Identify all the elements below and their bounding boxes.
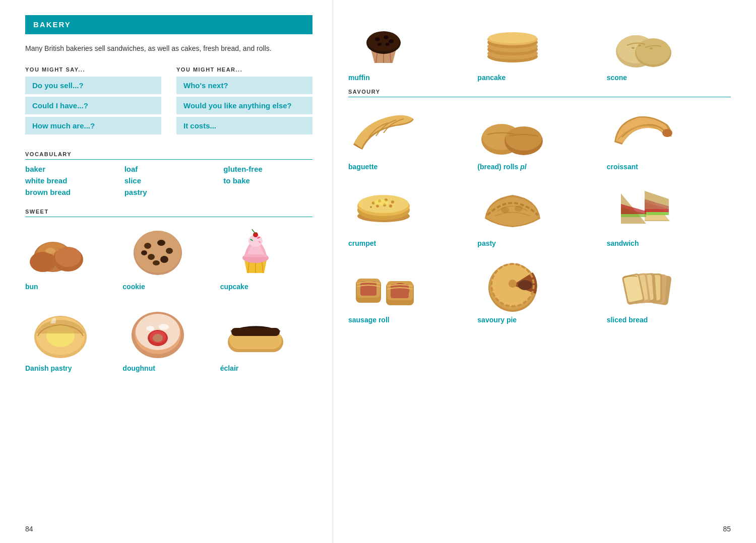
svg-point-9 [157,240,165,246]
phrases-section: YOU MIGHT SAY... Do you sell...? Could I… [25,66,312,137]
food-scone: scone [607,15,731,82]
svg-point-46 [389,39,394,43]
food-pasty: pasty [477,181,601,247]
svg-point-8 [144,243,151,249]
sausage-roll-image [348,257,419,313]
page-title: BAKERY [33,20,71,29]
baguette-image [348,104,419,160]
food-sandwich: sandwich [607,181,731,247]
svg-point-3 [55,247,81,267]
svg-point-35 [159,324,169,330]
food-danish: Danish pastry [25,306,117,372]
svg-point-81 [501,207,509,213]
hear-phrase-2: Would you like anything else? [176,97,312,114]
say-col: YOU MIGHT SAY... Do you sell...? Could I… [25,66,161,137]
savoury-section: SAVOURY [348,89,731,324]
doughnut-image [122,306,193,361]
vocab-word-0: baker [25,165,114,173]
danish-image [25,306,96,361]
vocab-section: VOCABULARY baker loaf gluten-free white … [25,151,312,196]
page-number-right: 85 [723,525,731,533]
food-cupcake: cupcake [220,224,312,291]
intro-text: Many British bakeries sell sandwiches, a… [25,44,312,52]
say-label: YOU MIGHT SAY... [25,66,161,73]
svg-point-59 [636,38,670,64]
scone-label: scone [607,74,627,82]
sliced-bread-label: sliced bread [607,316,648,324]
svg-point-80 [373,199,389,206]
bread-rolls-label: (bread) rolls pl [477,163,526,171]
svg-point-43 [367,31,400,51]
food-bun: bun [25,224,117,291]
vocab-word-7: pastry [124,188,214,196]
svg-point-13 [141,250,147,255]
sweet-section: SWEET [25,209,312,372]
savoury-grid-3: sausage roll [348,257,731,324]
scone-image [607,15,677,71]
crumpet-label: crumpet [348,239,376,247]
sandwich-image [607,181,677,236]
svg-point-10 [166,248,173,254]
svg-point-12 [148,254,155,260]
sausage-roll-label: sausage roll [348,316,390,324]
top-items-row: muffin pancak [348,15,731,82]
eclair-image [220,306,291,361]
sandwich-label: sandwich [607,239,639,247]
food-doughnut: doughnut [122,306,215,372]
pancake-label: pancake [477,74,506,82]
say-phrase-2: Could I have...? [25,97,161,114]
svg-point-61 [638,44,641,46]
food-croissant: croissant [607,104,731,171]
svg-point-55 [488,32,537,43]
svg-point-34 [146,326,154,331]
food-sausage-roll: sausage roll [348,257,472,324]
baguette-label: baguette [348,163,377,171]
vocab-word-4: slice [124,176,214,185]
pancake-image [477,15,548,71]
svg-point-98 [518,280,532,290]
eclair-label: éclair [220,364,239,372]
say-phrase-3: How much are...? [25,117,161,134]
page-spread: BAKERY Many British bakeries sell sandwi… [0,0,756,543]
svg-point-4 [30,252,56,272]
svg-point-82 [515,206,523,212]
svg-point-79 [370,206,372,208]
svg-point-11 [160,256,168,263]
savoury-label: SAVOURY [348,89,731,97]
vocab-label: VOCABULARY [25,151,312,160]
pasty-image [477,181,548,236]
svg-point-47 [377,43,382,46]
svg-point-45 [384,35,389,39]
vocab-word-8 [223,188,312,196]
danish-label: Danish pastry [25,364,72,372]
muffin-image [348,15,419,71]
savoury-pie-image [477,257,548,313]
bread-rolls-image [477,104,548,160]
svg-point-66 [506,126,542,151]
savoury-grid-2: crumpet [348,181,731,247]
cookie-image [122,224,193,280]
cookie-label: cookie [122,283,145,291]
hear-label: YOU MIGHT HEAR... [176,66,312,73]
svg-rect-38 [231,328,280,336]
croissant-image [607,104,677,160]
bun-label: bun [25,283,38,291]
sweet-label: SWEET [25,209,312,217]
vocab-word-3: white bread [25,176,114,185]
svg-point-24 [253,232,258,237]
crumpet-image [348,181,419,236]
svg-rect-94 [391,284,409,298]
left-page: BAKERY Many British bakeries sell sandwi… [0,0,333,543]
svg-point-60 [632,47,635,49]
pasty-label: pasty [477,239,496,247]
croissant-label: croissant [607,163,638,171]
cupcake-label: cupcake [220,283,248,291]
svg-point-48 [386,43,390,46]
svg-rect-90 [360,282,376,296]
food-eclair: éclair [220,306,312,372]
sweet-grid-2: Danish pastry [25,306,312,372]
food-crumpet: crumpet [348,181,472,247]
hear-phrase-1: Who's next? [176,77,312,94]
cupcake-image [220,224,291,280]
vocab-word-2: gluten-free [223,165,312,173]
